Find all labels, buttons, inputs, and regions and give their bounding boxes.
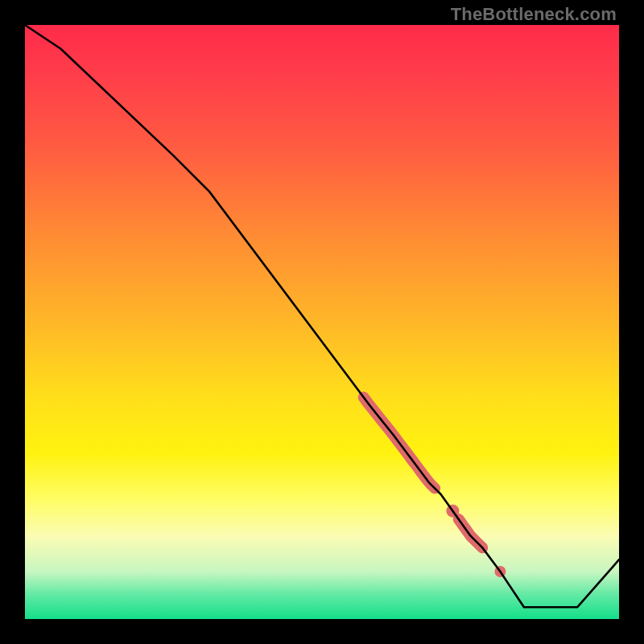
bottleneck-curve (25, 25, 619, 607)
chart-stage: TheBottleneck.com (0, 0, 644, 644)
chart-svg (25, 25, 619, 619)
chart-plot-area (25, 25, 619, 619)
watermark-label: TheBottleneck.com (451, 4, 617, 25)
